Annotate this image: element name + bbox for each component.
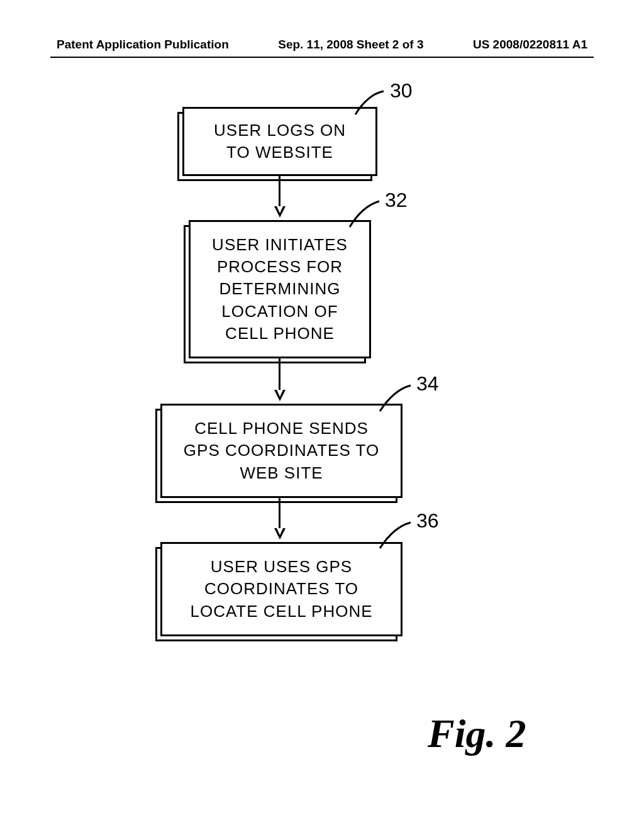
- header-patent-number: US 2008/0220811 A1: [473, 38, 587, 52]
- flow-box-36-text: USER USES GPS COORDINATES TO LOCATE CELL…: [190, 556, 372, 622]
- flow-box-34: CELL PHONE SENDS GPS COORDINATES TO WEB …: [160, 404, 402, 498]
- flowchart: USER LOGS ON TO WEBSITE 30 USER INITIATE…: [0, 88, 644, 667]
- arrow-head-32-34: [274, 390, 286, 401]
- arrow-32-34: [279, 358, 280, 390]
- page-header: Patent Application Publication Sep. 11, …: [0, 38, 644, 52]
- flow-box-30: USER LOGS ON TO WEBSITE: [182, 107, 377, 176]
- arrow-head-30-32: [274, 206, 286, 218]
- ref-num-34: 34: [416, 372, 439, 396]
- ref-num-30: 30: [390, 79, 413, 102]
- flow-box-30-text: USER LOGS ON TO WEBSITE: [214, 119, 346, 163]
- ref-num-32: 32: [385, 189, 408, 212]
- header-date-sheet: Sep. 11, 2008 Sheet 2 of 3: [278, 38, 423, 52]
- flow-box-34-text: CELL PHONE SENDS GPS COORDINATES TO WEB …: [184, 418, 379, 484]
- figure-label: Fig. 2: [428, 711, 526, 757]
- header-rule: [50, 57, 594, 58]
- ref-leader-30: [349, 88, 387, 126]
- flow-box-36: USER USES GPS COORDINATES TO LOCATE CELL…: [160, 542, 402, 636]
- arrow-head-34-36: [274, 528, 286, 540]
- header-publication: Patent Application Publication: [57, 38, 229, 52]
- flow-box-32-text: USER INITIATES PROCESS FOR DETERMINING L…: [212, 234, 348, 344]
- arrow-34-36: [279, 498, 280, 528]
- ref-leader-34: [376, 384, 414, 421]
- arrow-30-32: [279, 176, 280, 206]
- ref-num-36: 36: [416, 509, 439, 533]
- flow-box-32: USER INITIATES PROCESS FOR DETERMINING L…: [189, 220, 371, 358]
- ref-leader-36: [376, 521, 414, 558]
- ref-leader-32: [345, 199, 382, 236]
